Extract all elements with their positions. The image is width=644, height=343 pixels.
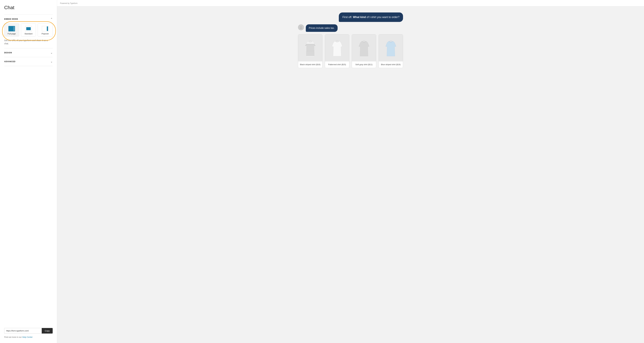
product-image-2	[325, 34, 349, 62]
svg-rect-11	[304, 48, 317, 48]
design-chevron-down-icon: ⌄	[50, 51, 53, 54]
standard-icon	[25, 26, 32, 31]
product-image-4	[379, 34, 403, 62]
user-bubble: Prices include sales tax.	[306, 24, 338, 32]
svg-rect-3	[26, 27, 31, 30]
tshirt-blue-icon	[384, 38, 398, 58]
embed-mode-chevron-up-icon: ⌃	[50, 18, 53, 21]
svg-rect-5	[47, 27, 48, 31]
design-section: DESIGN ⌄	[4, 48, 53, 57]
embed-description: Get the URL of your typeform and share i…	[4, 39, 53, 45]
embed-mode-content: Full-page Standard	[4, 24, 53, 48]
product-card-3[interactable]: Soft gray shirt ($11)	[352, 34, 376, 68]
bot-bubble: First off. What kind of t-shirt you want…	[339, 13, 403, 22]
product-image-3	[352, 34, 376, 62]
product-image-1	[298, 34, 322, 62]
svg-rect-8	[304, 44, 317, 45]
product-label-2: Patterned shirt ($15)	[327, 62, 347, 68]
svg-rect-9	[304, 45, 317, 46]
product-card-4[interactable]: Blue striped shirt ($19)	[378, 34, 403, 68]
preview-topbar: Powered by Typeform	[57, 0, 644, 7]
advanced-header[interactable]: ADVANCED ⌄	[4, 57, 53, 66]
copy-button[interactable]: Copy	[42, 328, 53, 333]
url-row: Copy	[4, 328, 53, 333]
page-title: Chat	[4, 5, 53, 10]
product-label-3: Soft gray shirt ($11)	[354, 62, 374, 68]
left-panel: Chat EMBED MODE ⌃	[0, 0, 57, 343]
full-page-label: Full-page	[8, 33, 16, 35]
tshirt-white-icon	[330, 38, 344, 58]
product-card-2[interactable]: Patterned shirt ($15)	[325, 34, 349, 68]
product-label-4: Blue striped shirt ($19)	[380, 62, 402, 68]
design-header[interactable]: DESIGN ⌄	[4, 48, 53, 57]
tshirt-striped-black-icon	[304, 38, 317, 58]
embed-mode-section: EMBED MODE ⌃ Full-page	[4, 15, 53, 48]
embed-option-standard[interactable]: Standard	[21, 24, 36, 37]
svg-rect-10	[304, 47, 317, 47]
help-text-prefix: Find out more in our	[4, 336, 22, 338]
design-label: DESIGN	[4, 52, 12, 54]
svg-rect-14	[304, 51, 317, 52]
popover-icon	[42, 26, 49, 31]
embed-mode-label: EMBED MODE	[4, 18, 18, 20]
tshirt-gray-icon	[357, 38, 371, 58]
svg-rect-15	[304, 53, 317, 53]
advanced-label: ADVANCED	[4, 61, 16, 63]
full-page-icon	[8, 26, 15, 31]
url-input[interactable]	[4, 328, 42, 333]
right-panel: Powered by Typeform First off. What kind…	[57, 0, 644, 343]
user-bubble-row: Prices include sales tax.	[298, 24, 403, 32]
svg-point-6	[300, 26, 302, 27]
avatar	[298, 24, 304, 30]
svg-rect-1	[13, 27, 14, 31]
popover-label: Popover	[42, 33, 49, 35]
products-row: Black striped shirt ($16) Patterned shir…	[298, 34, 403, 68]
product-card-1[interactable]: Black striped shirt ($16)	[298, 34, 322, 68]
url-section: Copy Find out more in our Help Center	[4, 324, 53, 338]
svg-rect-12	[304, 49, 317, 49]
help-center-link[interactable]: Help Center	[22, 336, 32, 338]
embed-options-row: Full-page Standard	[4, 24, 53, 37]
embed-mode-header[interactable]: EMBED MODE ⌃	[4, 15, 53, 24]
standard-label: Standard	[24, 33, 32, 35]
bot-bubble-bold: What kind	[353, 16, 366, 19]
user-avatar-icon	[299, 26, 303, 29]
embed-option-full-page[interactable]: Full-page	[4, 24, 19, 37]
preview-content: First off. What kind of t-shirt you want…	[57, 7, 644, 343]
advanced-section: ADVANCED ⌄	[4, 57, 53, 66]
advanced-chevron-down-icon: ⌄	[50, 60, 53, 63]
help-text: Find out more in our Help Center	[4, 336, 53, 338]
svg-rect-17	[304, 55, 317, 55]
product-label-1: Black striped shirt ($16)	[299, 62, 322, 68]
embed-option-popover[interactable]: Popover	[38, 24, 53, 37]
powered-by-text: Powered by Typeform	[60, 2, 78, 4]
svg-point-7	[300, 28, 302, 29]
svg-rect-16	[304, 54, 317, 54]
svg-rect-13	[304, 50, 317, 51]
chat-area: First off. What kind of t-shirt you want…	[298, 13, 403, 68]
